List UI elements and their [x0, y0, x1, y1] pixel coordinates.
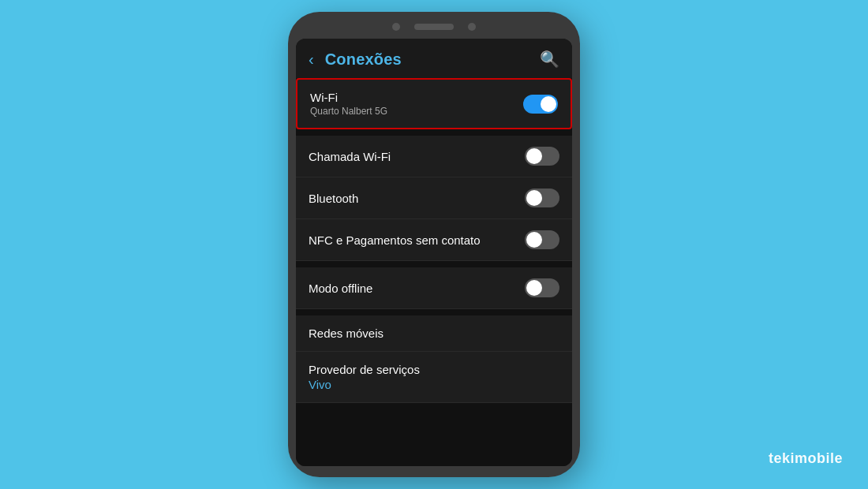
- phone-shell: ‹ Conexões 🔍 Wi-Fi Quarto Nalbert 5G: [288, 12, 580, 477]
- wifi-toggle[interactable]: [523, 95, 558, 114]
- nfc-toggle[interactable]: [525, 230, 559, 249]
- provedor-text-block: Provedor de serviços Vivo: [309, 363, 420, 391]
- nfc-label: NFC e Pagamentos sem contato: [309, 233, 481, 247]
- watermark-prefix: teki: [769, 450, 795, 466]
- chamada-wifi-toggle[interactable]: [525, 147, 559, 166]
- chamada-wifi-text-block: Chamada Wi-Fi: [309, 150, 391, 163]
- modo-offline-label: Modo offline: [309, 282, 372, 295]
- modo-offline-toggle[interactable]: [525, 278, 559, 297]
- provedor-sublabel: Vivo: [309, 378, 420, 391]
- settings-item-modo-offline[interactable]: Modo offline: [296, 267, 572, 309]
- bluetooth-toggle-knob: [526, 190, 542, 206]
- chamada-wifi-toggle-knob: [526, 148, 542, 164]
- settings-item-redes-moveis[interactable]: Redes móveis: [296, 315, 572, 352]
- group-separator-3: [296, 309, 572, 315]
- modo-offline-toggle-knob: [526, 280, 542, 296]
- back-button[interactable]: ‹: [309, 50, 314, 69]
- settings-item-chamada-wifi[interactable]: Chamada Wi-Fi: [296, 136, 572, 177]
- settings-item-bluetooth[interactable]: Bluetooth: [296, 177, 572, 219]
- settings-item-wifi[interactable]: Wi-Fi Quarto Nalbert 5G: [296, 78, 572, 129]
- group-separator-2: [296, 261, 572, 267]
- bluetooth-toggle[interactable]: [525, 189, 559, 207]
- group-separator-1: [296, 129, 572, 136]
- phone-speaker: [414, 24, 454, 30]
- nfc-toggle-knob: [526, 232, 542, 248]
- provedor-label: Provedor de serviços: [309, 363, 420, 376]
- wifi-text-block: Wi-Fi Quarto Nalbert 5G: [310, 91, 387, 117]
- wifi-toggle-knob: [541, 96, 556, 112]
- settings-item-nfc[interactable]: NFC e Pagamentos sem contato: [296, 219, 572, 261]
- settings-list: Wi-Fi Quarto Nalbert 5G Chamada Wi-Fi: [296, 78, 572, 466]
- watermark-suffix: mobile: [795, 450, 843, 466]
- redes-moveis-label: Redes móveis: [309, 327, 383, 340]
- nfc-text-block: NFC e Pagamentos sem contato: [309, 233, 481, 247]
- page-title: Conexões: [325, 50, 532, 69]
- redes-moveis-text-block: Redes móveis: [309, 327, 383, 340]
- wifi-sublabel: Quarto Nalbert 5G: [310, 106, 387, 117]
- watermark: tekimobile: [769, 450, 843, 467]
- phone-screen: ‹ Conexões 🔍 Wi-Fi Quarto Nalbert 5G: [296, 39, 572, 466]
- search-icon[interactable]: 🔍: [540, 50, 559, 69]
- modo-offline-text-block: Modo offline: [309, 282, 372, 295]
- chamada-wifi-label: Chamada Wi-Fi: [309, 150, 391, 163]
- wifi-label: Wi-Fi: [310, 91, 387, 104]
- front-sensor: [468, 23, 476, 31]
- phone-top-bar: [296, 23, 572, 31]
- settings-item-provedor[interactable]: Provedor de serviços Vivo: [296, 352, 572, 403]
- bluetooth-text-block: Bluetooth: [309, 192, 358, 205]
- screen-header: ‹ Conexões 🔍: [296, 39, 572, 78]
- front-camera: [392, 23, 400, 31]
- bluetooth-label: Bluetooth: [309, 192, 358, 205]
